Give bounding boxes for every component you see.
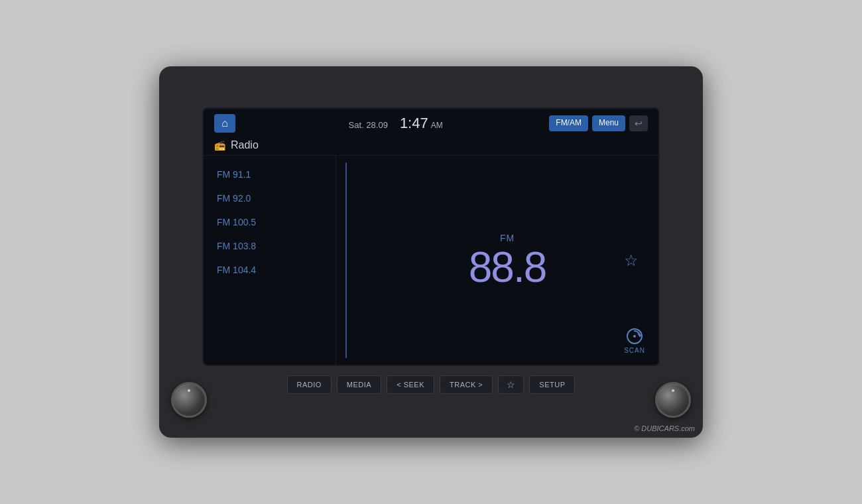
date-display: Sat. 28.09 bbox=[349, 120, 388, 130]
home-icon: ⌂ bbox=[221, 118, 228, 129]
time-main: 1:47 bbox=[400, 115, 428, 132]
back-button[interactable]: ↩ bbox=[629, 115, 648, 131]
freq-item-5[interactable]: FM 104.4 bbox=[204, 258, 336, 282]
datetime-display: Sat. 28.09 1:47 AM bbox=[242, 115, 549, 132]
freq-item-4[interactable]: FM 103.8 bbox=[204, 234, 336, 258]
scan-button[interactable]: SCAN bbox=[624, 328, 645, 354]
freq-item-2[interactable]: FM 92.0 bbox=[204, 186, 336, 210]
main-content: FM 91.1 FM 92.0 FM 100.5 FM 103.8 FM 104… bbox=[204, 156, 658, 365]
track-hw-button[interactable]: TRACK > bbox=[440, 375, 493, 394]
left-knob[interactable] bbox=[171, 382, 207, 418]
menu-button[interactable]: Menu bbox=[592, 115, 625, 131]
frequency-list: FM 91.1 FM 92.0 FM 100.5 FM 103.8 FM 104… bbox=[204, 156, 336, 365]
favorite-star-button[interactable]: ☆ bbox=[624, 251, 639, 270]
watermark: © DUBICARS.com bbox=[634, 424, 695, 432]
top-controls: FM/AM Menu ↩ bbox=[549, 115, 648, 131]
svg-point-1 bbox=[633, 335, 636, 338]
time-ampm: AM bbox=[431, 121, 443, 130]
home-button[interactable]: ⌂ bbox=[214, 114, 235, 133]
station-display: FM 88.8 ☆ SCAN bbox=[356, 156, 658, 365]
top-bar: ⌂ Sat. 28.09 1:47 AM FM/AM Menu ↩ bbox=[204, 109, 658, 137]
infotainment-screen: ⌂ Sat. 28.09 1:47 AM FM/AM Menu ↩ 📻 Radi… bbox=[202, 107, 660, 366]
divider-area bbox=[336, 156, 356, 365]
car-infotainment-unit: ⌂ Sat. 28.09 1:47 AM FM/AM Menu ↩ 📻 Radi… bbox=[159, 66, 703, 438]
knob-marker bbox=[672, 389, 674, 392]
current-frequency: 88.8 bbox=[469, 246, 546, 288]
radio-label: Radio bbox=[231, 139, 259, 151]
vertical-divider bbox=[345, 162, 347, 358]
power-dot bbox=[188, 389, 190, 392]
radio-bar: 📻 Radio bbox=[204, 137, 658, 156]
volume-knob-right[interactable] bbox=[655, 382, 691, 418]
freq-item-3[interactable]: FM 100.5 bbox=[204, 210, 336, 234]
time-display: 1:47 AM bbox=[400, 115, 443, 132]
seek-hw-button[interactable]: < SEEK bbox=[387, 375, 434, 394]
favorite-hw-button[interactable]: ☆ bbox=[498, 375, 524, 394]
freq-item-1[interactable]: FM 91.1 bbox=[204, 162, 336, 186]
fm-am-button[interactable]: FM/AM bbox=[549, 115, 588, 131]
hardware-buttons: RADIO MEDIA < SEEK TRACK > ☆ SETUP bbox=[287, 375, 576, 394]
media-hw-button[interactable]: MEDIA bbox=[337, 375, 381, 394]
power-knob-left[interactable] bbox=[171, 382, 207, 418]
scan-icon bbox=[626, 328, 643, 345]
radio-icon: 📻 bbox=[214, 140, 225, 151]
setup-hw-button[interactable]: SETUP bbox=[529, 375, 575, 394]
radio-hw-button[interactable]: RADIO bbox=[287, 375, 332, 394]
right-knob[interactable] bbox=[655, 382, 691, 418]
band-label: FM bbox=[500, 233, 515, 243]
scan-label: SCAN bbox=[624, 347, 645, 354]
